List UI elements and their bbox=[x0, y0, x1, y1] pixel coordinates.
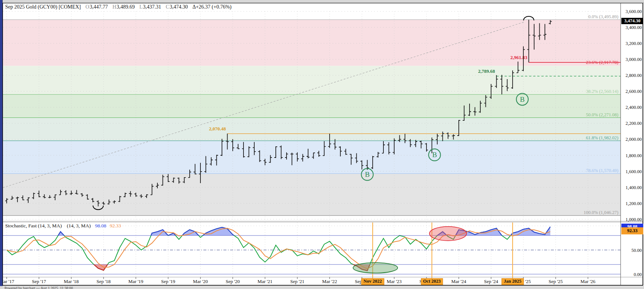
change-value: Δ+26.37 (+0.76%) bbox=[192, 4, 231, 10]
svg-text:61.8% (1,982.02): 61.8% (1,982.02) bbox=[586, 135, 619, 140]
price-axis[interactable]: 3,600.003,400.003,200.003,000.002,800.00… bbox=[625, 9, 642, 222]
svg-text:0.0% (3,495.89): 0.0% (3,495.89) bbox=[588, 14, 618, 19]
svg-text:2,800.00: 2,800.00 bbox=[625, 73, 642, 78]
svg-text:23.6% (2,917.78): 23.6% (2,917.78) bbox=[586, 60, 619, 65]
svg-text:Mar '20: Mar '20 bbox=[193, 279, 208, 284]
svg-text:2,400.00: 2,400.00 bbox=[625, 105, 642, 110]
open-value: 3,447.77 bbox=[89, 4, 108, 10]
svg-text:Sep '20: Sep '20 bbox=[226, 279, 240, 284]
svg-text:Sep '24: Sep '24 bbox=[484, 279, 498, 284]
svg-text:3,400.00: 3,400.00 bbox=[625, 25, 642, 30]
stochastic-params: (14, 3, MA) bbox=[67, 223, 91, 228]
high-value: 3,489.69 bbox=[117, 4, 135, 10]
svg-text:50.0% (2,271.08): 50.0% (2,271.08) bbox=[586, 112, 619, 117]
svg-text:50.00: 50.00 bbox=[631, 248, 642, 253]
svg-text:B: B bbox=[432, 151, 437, 159]
svg-text:2,000.00: 2,000.00 bbox=[625, 137, 642, 142]
date-flag-badge[interactable]: Oct 2023 bbox=[421, 278, 443, 285]
high-label: H bbox=[112, 4, 116, 10]
svg-text:Mar '21: Mar '21 bbox=[258, 279, 272, 284]
svg-text:1,400.00: 1,400.00 bbox=[625, 185, 642, 190]
svg-text:3,600.00: 3,600.00 bbox=[625, 9, 642, 14]
stochastic-axis[interactable]: 50.000.00 bbox=[631, 248, 642, 277]
low-label: L bbox=[140, 4, 143, 10]
svg-text:Mar '19: Mar '19 bbox=[128, 279, 143, 284]
svg-text:3,200.00: 3,200.00 bbox=[625, 41, 642, 46]
svg-text:1,000.00: 1,000.00 bbox=[625, 217, 642, 222]
svg-text:Mar '22: Mar '22 bbox=[322, 279, 337, 284]
chart-canvas[interactable]: 0.0% (3,495.89)38.2% (2,560.14)50.0% (2,… bbox=[0, 0, 644, 289]
svg-text:Mar '26: Mar '26 bbox=[581, 279, 596, 284]
svg-text:2,789.68: 2,789.68 bbox=[478, 68, 495, 74]
svg-text:Sep '25: Sep '25 bbox=[549, 279, 563, 284]
footer-strip: Powered by barchart — Aug 1 2025, 11:38:… bbox=[0, 286, 644, 289]
svg-text:2,600.00: 2,600.00 bbox=[625, 89, 642, 94]
last-price-badge: 3,474.30 bbox=[621, 18, 643, 24]
stochastic-ma-badge: 92.33 bbox=[621, 227, 643, 234]
svg-text:1,800.00: 1,800.00 bbox=[625, 153, 642, 158]
svg-text:3,000.00: 3,000.00 bbox=[625, 57, 642, 62]
window-top-edge bbox=[0, 0, 644, 3]
window-left-edge bbox=[0, 0, 3, 289]
svg-text:2,070.48: 2,070.48 bbox=[209, 126, 226, 131]
svg-text:2,200.00: 2,200.00 bbox=[625, 121, 642, 126]
svg-text:Sep '21: Sep '21 bbox=[290, 279, 304, 284]
close-value: 3,474.30 bbox=[170, 4, 188, 10]
svg-text:B: B bbox=[520, 95, 525, 103]
svg-text:1,600.00: 1,600.00 bbox=[625, 169, 642, 174]
stochastic-ma-value: 92.33 bbox=[110, 223, 121, 228]
close-label: C bbox=[166, 4, 169, 10]
svg-text:Sep '17: Sep '17 bbox=[32, 279, 46, 284]
trading-app-window: { "header": { "title": "Sep 2025 Gold (G… bbox=[0, 0, 644, 289]
svg-text:Mar '18: Mar '18 bbox=[64, 279, 79, 284]
price-panel-header: Sep 2025 Gold (GCY00) [COMEX] O3,447.77 … bbox=[5, 4, 232, 10]
svg-text:Mar '24: Mar '24 bbox=[451, 279, 467, 284]
svg-text:1,200.00: 1,200.00 bbox=[625, 201, 642, 206]
svg-text:Sep '18: Sep '18 bbox=[97, 279, 111, 284]
svg-text:2,961.83: 2,961.83 bbox=[510, 55, 527, 60]
stochastic-title: Stochastic, Fast (14, 3, MA) bbox=[5, 223, 62, 228]
symbol-title: Sep 2025 Gold (GCY00) [COMEX] bbox=[5, 4, 81, 10]
footer-clipped-text: Powered by barchart — Aug 1 2025, 11:38:… bbox=[4, 286, 73, 289]
svg-text:38.2% (2,560.14): 38.2% (2,560.14) bbox=[586, 89, 619, 94]
svg-text:B: B bbox=[365, 171, 370, 178]
stochastic-plot bbox=[3, 227, 621, 275]
low-value: 3,437.31 bbox=[143, 4, 161, 10]
open-label: O bbox=[85, 4, 89, 10]
svg-text:100.0% (1,046.27): 100.0% (1,046.27) bbox=[583, 210, 618, 215]
svg-text:Mar '23: Mar '23 bbox=[387, 279, 402, 284]
date-flag-badge[interactable]: Nov 2022 bbox=[361, 278, 384, 285]
stochastic-panel-header: Stochastic, Fast (14, 3, MA) (14, 3, MA)… bbox=[5, 223, 121, 229]
svg-text:78.6% (1,570.49): 78.6% (1,570.49) bbox=[586, 168, 619, 173]
stochastic-k-value: 98.08 bbox=[95, 223, 106, 228]
svg-text:0.00: 0.00 bbox=[634, 272, 642, 277]
svg-text:Sep '19: Sep '19 bbox=[161, 279, 175, 284]
date-flag-badge[interactable]: Jan 2025 bbox=[501, 278, 524, 285]
ellipse-annotations[interactable] bbox=[353, 227, 467, 273]
